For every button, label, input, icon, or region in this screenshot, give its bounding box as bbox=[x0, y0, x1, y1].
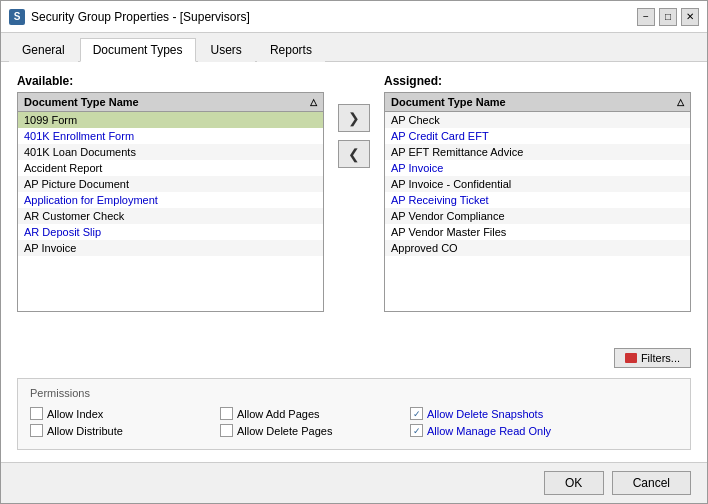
unassign-button[interactable]: ❮ bbox=[338, 140, 370, 168]
allow-manage-read-only-checkbox[interactable] bbox=[410, 424, 423, 437]
allow-index-label: Allow Index bbox=[47, 408, 103, 420]
list-item[interactable]: AP Invoice bbox=[385, 160, 690, 176]
title-bar-left: S Security Group Properties - [Superviso… bbox=[9, 9, 250, 25]
title-bar: S Security Group Properties - [Superviso… bbox=[1, 1, 707, 33]
permission-allow-delete-pages: Allow Delete Pages bbox=[220, 424, 370, 437]
filters-button[interactable]: Filters... bbox=[614, 348, 691, 368]
list-item[interactable]: AP Picture Document bbox=[18, 176, 323, 192]
permission-allow-manage-read-only: Allow Manage Read Only bbox=[410, 424, 560, 437]
list-item[interactable]: AR Deposit Slip bbox=[18, 224, 323, 240]
permissions-row-1: Allow Index Allow Add Pages Allow Delete… bbox=[30, 407, 678, 420]
list-item[interactable]: 401K Loan Documents bbox=[18, 144, 323, 160]
tab-general[interactable]: General bbox=[9, 38, 78, 62]
list-item[interactable]: AP EFT Remittance Advice bbox=[385, 144, 690, 160]
assigned-list[interactable]: Document Type Name △ AP Check AP Credit … bbox=[384, 92, 691, 312]
transfer-buttons: ❯ ❮ bbox=[332, 104, 376, 168]
permissions-title: Permissions bbox=[30, 387, 678, 399]
list-item[interactable]: 1099 Form bbox=[18, 112, 323, 128]
filters-label: Filters... bbox=[641, 352, 680, 364]
available-section: Available: Document Type Name △ 1099 For… bbox=[17, 74, 324, 312]
ok-button[interactable]: OK bbox=[544, 471, 604, 495]
cancel-button[interactable]: Cancel bbox=[612, 471, 691, 495]
filters-icon bbox=[625, 353, 637, 363]
main-window: S Security Group Properties - [Superviso… bbox=[0, 0, 708, 504]
list-item[interactable]: AR Customer Check bbox=[18, 208, 323, 224]
allow-distribute-label: Allow Distribute bbox=[47, 425, 123, 437]
allow-delete-snapshots-checkbox[interactable] bbox=[410, 407, 423, 420]
available-sort-icon: △ bbox=[310, 97, 317, 107]
permission-allow-add-pages: Allow Add Pages bbox=[220, 407, 370, 420]
allow-delete-pages-checkbox[interactable] bbox=[220, 424, 233, 437]
tab-users[interactable]: Users bbox=[198, 38, 255, 62]
assign-button[interactable]: ❯ bbox=[338, 104, 370, 132]
list-item[interactable]: AP Check bbox=[385, 112, 690, 128]
content-area: Available: Document Type Name △ 1099 For… bbox=[1, 62, 707, 462]
window-controls: − □ ✕ bbox=[637, 8, 699, 26]
permission-allow-distribute: Allow Distribute bbox=[30, 424, 180, 437]
allow-distribute-checkbox[interactable] bbox=[30, 424, 43, 437]
tabs-bar: General Document Types Users Reports bbox=[1, 33, 707, 62]
window-icon: S bbox=[9, 9, 25, 25]
allow-index-checkbox[interactable] bbox=[30, 407, 43, 420]
maximize-button[interactable]: □ bbox=[659, 8, 677, 26]
list-item[interactable]: AP Invoice - Confidential bbox=[385, 176, 690, 192]
assigned-label: Assigned: bbox=[384, 74, 691, 88]
available-header: Document Type Name △ bbox=[18, 93, 323, 112]
allow-delete-pages-label: Allow Delete Pages bbox=[237, 425, 332, 437]
assigned-section: Assigned: Document Type Name △ AP Check … bbox=[384, 74, 691, 312]
list-item[interactable]: AP Invoice bbox=[18, 240, 323, 256]
allow-add-pages-label: Allow Add Pages bbox=[237, 408, 320, 420]
list-item[interactable]: AP Credit Card EFT bbox=[385, 128, 690, 144]
list-item[interactable]: Accident Report bbox=[18, 160, 323, 176]
lists-row: Available: Document Type Name △ 1099 For… bbox=[17, 74, 691, 338]
available-list[interactable]: Document Type Name △ 1099 Form 401K Enro… bbox=[17, 92, 324, 312]
permissions-row-2: Allow Distribute Allow Delete Pages Allo… bbox=[30, 424, 678, 437]
allow-manage-read-only-label: Allow Manage Read Only bbox=[427, 425, 551, 437]
permissions-section: Permissions Allow Index Allow Add Pages … bbox=[17, 378, 691, 450]
tab-reports[interactable]: Reports bbox=[257, 38, 325, 62]
list-item[interactable]: AP Vendor Compliance bbox=[385, 208, 690, 224]
tab-document-types[interactable]: Document Types bbox=[80, 38, 196, 62]
available-label: Available: bbox=[17, 74, 324, 88]
window-title: Security Group Properties - [Supervisors… bbox=[31, 10, 250, 24]
bottom-bar: OK Cancel bbox=[1, 462, 707, 503]
list-item[interactable]: Application for Employment bbox=[18, 192, 323, 208]
close-button[interactable]: ✕ bbox=[681, 8, 699, 26]
assigned-header: Document Type Name △ bbox=[385, 93, 690, 112]
allow-delete-snapshots-label: Allow Delete Snapshots bbox=[427, 408, 543, 420]
permission-allow-delete-snapshots: Allow Delete Snapshots bbox=[410, 407, 560, 420]
allow-add-pages-checkbox[interactable] bbox=[220, 407, 233, 420]
permission-allow-index: Allow Index bbox=[30, 407, 180, 420]
list-item[interactable]: Approved CO bbox=[385, 240, 690, 256]
minimize-button[interactable]: − bbox=[637, 8, 655, 26]
list-item[interactable]: AP Receiving Ticket bbox=[385, 192, 690, 208]
filters-row: Filters... bbox=[17, 348, 691, 368]
list-item[interactable]: AP Vendor Master Files bbox=[385, 224, 690, 240]
list-item[interactable]: 401K Enrollment Form bbox=[18, 128, 323, 144]
assigned-sort-icon: △ bbox=[677, 97, 684, 107]
